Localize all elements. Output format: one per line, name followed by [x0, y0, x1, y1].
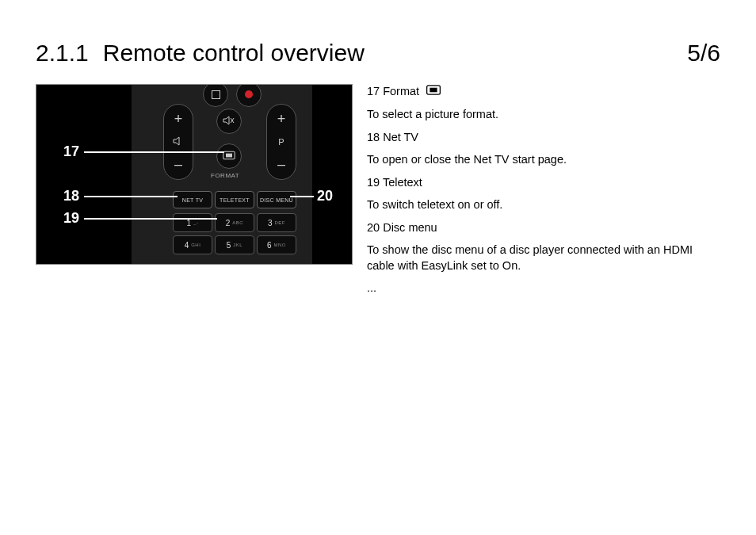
- numpad-row-2: 4GHI 5JKL 6MNO: [173, 235, 296, 254]
- program-rocker: + P –: [266, 104, 296, 180]
- callout-line-17: [84, 151, 224, 153]
- volume-rocker: + –: [163, 104, 193, 180]
- minus-icon: –: [174, 156, 182, 173]
- item-19-body: To switch teletext on or off.: [367, 197, 720, 213]
- disc-menu-button: DISC MENU: [257, 191, 296, 208]
- format-icon: [223, 151, 235, 162]
- numpad-3: 3DEF: [257, 213, 296, 232]
- page-header: 2.1.1 Remote control overview 5/6: [36, 40, 720, 67]
- format-icon: [426, 84, 441, 100]
- callout-20: 20: [317, 188, 333, 204]
- format-button: [216, 143, 242, 169]
- item-18-body: To open or close the Net TV start page.: [367, 152, 720, 168]
- title-group: 2.1.1 Remote control overview: [36, 40, 365, 67]
- mute-icon: [223, 115, 235, 128]
- numpad-6: 6MNO: [257, 235, 296, 254]
- format-label: FORMAT: [211, 172, 239, 179]
- numpad-row-1: 1_- 2ABC 3DEF: [173, 213, 296, 232]
- plus-icon: +: [277, 111, 286, 128]
- program-label: P: [278, 137, 284, 147]
- plus-icon: +: [174, 111, 183, 128]
- callout-19: 19: [63, 210, 79, 227]
- item-17-title: 17 Format: [367, 84, 720, 100]
- svg-rect-3: [430, 88, 437, 93]
- svg-rect-1: [226, 153, 232, 157]
- item-20-body: To show the disc menu of a disc player c…: [367, 243, 720, 273]
- description-column: 17 Format To select a picture format. 18…: [367, 84, 720, 304]
- volume-icon: [173, 136, 184, 147]
- numpad-5: 5JKL: [215, 235, 254, 254]
- numpad-1: 1_-: [173, 213, 212, 232]
- section-number: 2.1.1: [36, 40, 89, 67]
- function-row: NET TV TELETEXT DISC MENU: [173, 191, 296, 208]
- callout-17: 17: [63, 143, 79, 160]
- stop-icon: [212, 90, 220, 99]
- numpad-4: 4GHI: [173, 235, 212, 254]
- record-icon: [245, 90, 253, 98]
- continuation-indicator: ...: [367, 281, 720, 296]
- item-18-title: 18 Net TV: [367, 130, 720, 146]
- item-17-body: To select a picture format.: [367, 107, 720, 123]
- callout-18: 18: [63, 188, 79, 204]
- section-title: Remote control overview: [103, 40, 365, 67]
- numpad-2: 2ABC: [215, 213, 254, 232]
- minus-icon: –: [277, 156, 285, 173]
- content-columns: + – + P – FORMAT: [36, 84, 720, 304]
- item-19-title: 19 Teletext: [367, 175, 720, 191]
- net-tv-button: NET TV: [173, 191, 212, 208]
- callout-line-19: [84, 218, 217, 220]
- callout-line-20: [290, 196, 314, 197]
- page-indicator: 5/6: [687, 40, 720, 67]
- callout-line-18: [84, 196, 178, 197]
- item-20-title: 20 Disc menu: [367, 220, 720, 236]
- teletext-button: TELETEXT: [215, 191, 254, 208]
- remote-figure: + – + P – FORMAT: [36, 84, 353, 265]
- manual-page: 2.1.1 Remote control overview 5/6 + –: [0, 0, 756, 535]
- mute-button: [216, 109, 242, 134]
